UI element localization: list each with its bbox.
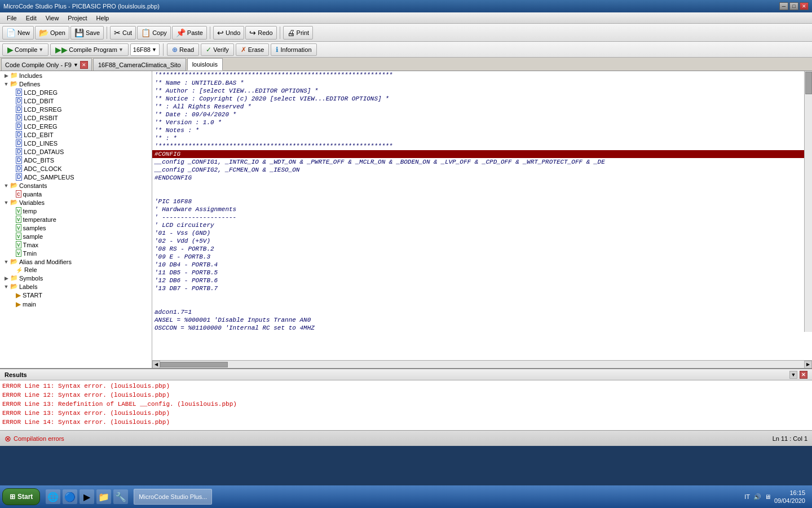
- save-button[interactable]: 💾 Save: [70, 26, 104, 40]
- compile-dropdown-arrow[interactable]: ▼: [38, 47, 43, 52]
- selector-close-button[interactable]: ✕: [80, 61, 88, 69]
- variables-expand-icon[interactable]: ▼: [2, 200, 10, 205]
- tree-item-temp[interactable]: vtemp: [0, 207, 152, 215]
- tree-variables-header[interactable]: ▼ 📂 Variables: [0, 198, 152, 207]
- tree-item-adc-bits[interactable]: DADC_BITS: [0, 156, 152, 164]
- tree-includes-header[interactable]: ▶ 📁 Includes: [0, 71, 152, 80]
- tree-item-lcd-dbit[interactable]: DLCD_DBIT: [0, 97, 152, 105]
- tree-item-sample[interactable]: vsample: [0, 232, 152, 240]
- maximize-button[interactable]: □: [789, 2, 798, 10]
- error-icon: ⊗: [5, 434, 11, 443]
- tab-louislouis[interactable]: louislouis: [187, 58, 223, 71]
- new-button[interactable]: 📄 New: [2, 26, 34, 40]
- minimize-button[interactable]: ─: [779, 2, 788, 10]
- start-button[interactable]: ⊞ Start: [2, 488, 40, 505]
- tree-alias-header[interactable]: ▼ 📂 Alias and Modifiers: [0, 257, 152, 266]
- code-line-6: '* Date : 09/04/2020 *: [152, 111, 804, 119]
- constants-expand-icon[interactable]: ▼: [2, 183, 10, 189]
- chip-selector[interactable]: 16F88 ▼: [130, 43, 160, 56]
- vertical-scrollbar[interactable]: [804, 71, 812, 332]
- tree-labels-header[interactable]: ▼ 📂 Labels: [0, 282, 152, 291]
- tree-item-temperature[interactable]: vtemperature: [0, 215, 152, 224]
- horizontal-scrollbar[interactable]: ◀ ▶: [152, 360, 812, 368]
- tree-item-lcd-rsbit[interactable]: DLCD_RSBIT: [0, 113, 152, 122]
- tree-item-start[interactable]: ▶START: [0, 291, 152, 300]
- scroll-left-button[interactable]: ◀: [152, 361, 160, 369]
- tree-item-quanta[interactable]: cquanta: [0, 190, 152, 198]
- tree-item-main[interactable]: ▶main: [0, 300, 152, 309]
- menu-edit[interactable]: Edit: [21, 14, 41, 23]
- cut-button[interactable]: ✂ Cut: [110, 26, 136, 40]
- print-button[interactable]: 🖨 Print: [283, 26, 314, 40]
- results-close-btn[interactable]: ✕: [800, 371, 807, 379]
- media-icon[interactable]: ▶: [80, 489, 94, 504]
- menu-view[interactable]: View: [41, 14, 64, 23]
- scroll-thumb[interactable]: [805, 72, 812, 94]
- compile-button[interactable]: ▶ Compile ▼: [2, 43, 48, 56]
- tree-item-tmax[interactable]: vTmax: [0, 240, 152, 249]
- chrome-icon[interactable]: 🔵: [63, 489, 77, 504]
- network-icon: 🖥: [765, 493, 771, 500]
- tree-item-lcd-ereg[interactable]: DLCD_EREG: [0, 122, 152, 130]
- tree-item-lcd-ebit[interactable]: DLCD_EBIT: [0, 130, 152, 139]
- selector-dropdown-arrow[interactable]: ▼: [73, 62, 78, 68]
- ie-icon[interactable]: 🌐: [46, 489, 60, 504]
- tree-defines-header[interactable]: ▼ 📂 Defines: [0, 80, 152, 88]
- result-line-2: ERROR Line 12: Syntax error. (louislouis…: [2, 391, 810, 400]
- tree-item-tmin[interactable]: vTmin: [0, 249, 152, 257]
- tree-item-lcd-dataus[interactable]: DLCD_DATAUS: [0, 147, 152, 156]
- scroll-right-button[interactable]: ▶: [804, 361, 812, 369]
- compile-program-dropdown-arrow[interactable]: ▼: [118, 47, 123, 52]
- compile-program-button[interactable]: ▶▶ Compile Program ▼: [50, 43, 129, 56]
- app-icon[interactable]: 🔧: [113, 489, 128, 504]
- undo-button[interactable]: ↩ Undo: [213, 26, 244, 40]
- tree-item-adc-sampleus[interactable]: DADC_SAMPLEUS: [0, 173, 152, 181]
- code-line-1: '***************************************…: [152, 71, 804, 79]
- code-line-23: '08 RS - PORTB.2: [152, 245, 804, 253]
- tree-constants-header[interactable]: ▼ 📂 Constants: [0, 181, 152, 190]
- paste-button[interactable]: 📌 Paste: [172, 26, 207, 40]
- menu-file[interactable]: File: [2, 14, 21, 23]
- tree-item-adc-clock[interactable]: DADC_CLOCK: [0, 164, 152, 173]
- includes-label: Includes: [19, 72, 42, 79]
- code-line-11-highlighted[interactable]: #CONFIG: [152, 150, 804, 158]
- tree-symbols-header[interactable]: ▶ 📁 Symbols: [0, 274, 152, 282]
- copy-button[interactable]: 📋 Copy: [137, 26, 171, 40]
- code-compile-selector[interactable]: Code Compile Only - F9 ▼ ✕: [1, 58, 92, 71]
- code-editor[interactable]: '***************************************…: [152, 71, 812, 360]
- lcd-ebit-type-icon: D: [16, 131, 22, 138]
- menu-project[interactable]: Project: [63, 14, 91, 23]
- file-icon[interactable]: 📁: [96, 489, 111, 504]
- lcd-ereg-type-icon: D: [16, 122, 22, 130]
- includes-expand-icon[interactable]: ▶: [2, 73, 10, 78]
- position-label: Ln 11 : Col 1: [773, 435, 807, 442]
- clock: 16:15 09/04/2020: [774, 489, 805, 505]
- code-panel: '***************************************…: [152, 71, 812, 368]
- open-button[interactable]: 📂 Open: [35, 26, 69, 40]
- labels-expand-icon[interactable]: ▼: [2, 284, 10, 290]
- results-dropdown-btn[interactable]: ▼: [789, 371, 797, 379]
- lcd-dreg-type-icon: D: [16, 89, 22, 96]
- tree-item-rele[interactable]: ⚡Rele: [0, 266, 152, 274]
- h-scrollbar-track[interactable]: [160, 362, 804, 367]
- alias-expand-icon[interactable]: ▼: [2, 259, 10, 265]
- verify-button[interactable]: ✓ Verify: [201, 43, 234, 56]
- read-button[interactable]: ⊕ Read: [167, 43, 199, 56]
- tree-item-samples[interactable]: vsamples: [0, 224, 152, 232]
- information-button[interactable]: ℹ Information: [271, 43, 316, 56]
- tree-item-lcd-dreg[interactable]: DLCD_DREG: [0, 88, 152, 97]
- close-button[interactable]: ✕: [800, 2, 809, 10]
- defines-expand-icon[interactable]: ▼: [2, 81, 10, 87]
- redo-button[interactable]: ↪ Redo: [245, 26, 276, 40]
- tree-item-lcd-rsreg[interactable]: DLCD_RSREG: [0, 105, 152, 113]
- read-icon: ⊕: [172, 46, 178, 54]
- menu-help[interactable]: Help: [92, 14, 114, 23]
- symbols-expand-icon[interactable]: ▶: [2, 275, 10, 281]
- tree-item-lcd-lines[interactable]: DLCD_LINES: [0, 139, 152, 147]
- code-line-16: [152, 190, 804, 198]
- taskbar-microcode-item[interactable]: MicroCode Studio Plus...: [134, 489, 212, 505]
- code-line-33: OSCCON = %01100000 'Internal RC set to 4…: [152, 324, 804, 332]
- tab-16f88-camera[interactable]: 16F88_CameraClimatica_Sito: [93, 58, 186, 71]
- erase-button[interactable]: ✗ Erase: [236, 43, 270, 56]
- h-scrollbar-thumb[interactable]: [160, 362, 228, 367]
